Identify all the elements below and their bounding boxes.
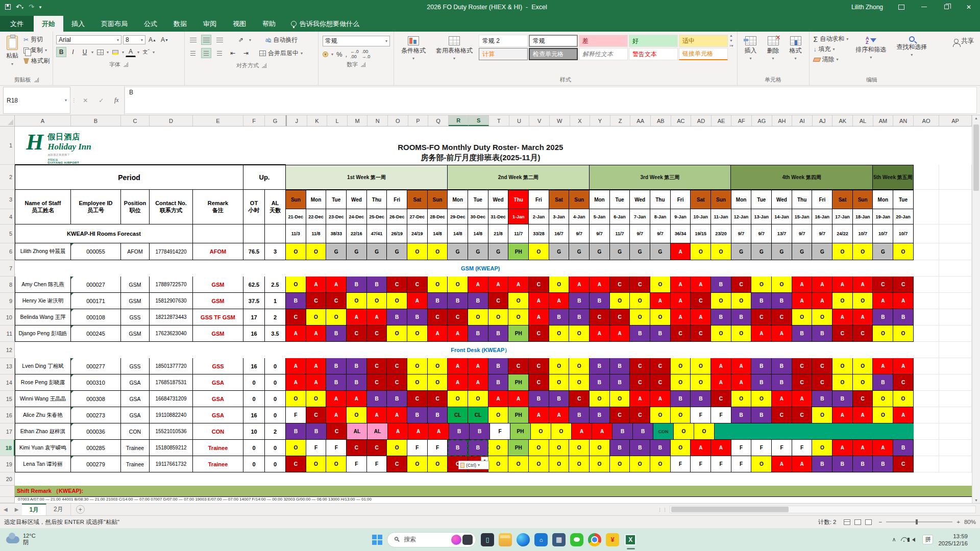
shift-cell[interactable]: B: [367, 277, 387, 293]
position-cell[interactable]: GSM: [121, 293, 150, 309]
shift-cell[interactable]: O: [853, 243, 873, 260]
remark-cell[interactable]: GSA: [193, 407, 243, 423]
close-button[interactable]: ✕: [958, 0, 980, 14]
ot-cell[interactable]: 16: [243, 358, 265, 374]
decrease-decimal-icon[interactable]: .00→.0: [362, 49, 371, 59]
row-header-6[interactable]: 6: [0, 243, 15, 260]
shift-cell[interactable]: A: [650, 391, 671, 407]
shift-cell[interactable]: B: [407, 407, 428, 423]
date-cell[interactable]: 20-Jan: [893, 209, 914, 224]
shift-cell[interactable]: B: [569, 309, 590, 325]
date-cell[interactable]: 11-Jan: [711, 209, 731, 224]
shift-cell[interactable]: A: [873, 358, 893, 374]
staff-name-cell[interactable]: Belinda Wang 王萍: [15, 309, 71, 325]
shift-cell[interactable]: C: [428, 391, 448, 407]
column-header-J[interactable]: J: [287, 115, 307, 126]
borders-icon[interactable]: [95, 47, 105, 57]
shift-cell[interactable]: A: [671, 309, 691, 325]
insert-cells-button[interactable]: 插入▾: [740, 34, 762, 63]
shift-cell[interactable]: A: [387, 407, 407, 423]
row-header-1[interactable]: 1: [0, 127, 15, 165]
font-dialog-launcher-icon[interactable]: [124, 62, 128, 67]
shift-cell[interactable]: O: [832, 358, 853, 374]
zoom-out-icon[interactable]: −: [879, 519, 883, 525]
format-as-table-button[interactable]: 套用表格格式▾: [431, 34, 478, 63]
shift-cell[interactable]: G: [772, 243, 792, 260]
shift-cell[interactable]: C: [630, 374, 650, 391]
taskbar-file-explorer-icon[interactable]: [499, 533, 512, 546]
shift-cell[interactable]: A: [711, 358, 731, 374]
shift-cell[interactable]: O: [893, 391, 914, 407]
taskbar-store-icon[interactable]: ⌂: [534, 533, 548, 546]
empty-cell[interactable]: [939, 277, 972, 293]
align-top-icon[interactable]: [188, 35, 198, 45]
shift-cell[interactable]: C: [367, 440, 387, 456]
styles-gallery-expand-icon[interactable]: ≡▾: [729, 44, 733, 48]
shift-cell[interactable]: [814, 423, 834, 440]
table-header-cell[interactable]: Remark备注: [193, 190, 243, 224]
shift-cell[interactable]: O: [549, 358, 570, 374]
zoom-slider[interactable]: [886, 521, 952, 522]
shift-cell[interactable]: F: [792, 440, 813, 456]
shift-cell[interactable]: O: [832, 374, 853, 391]
contact-cell[interactable]: 17685187531: [150, 374, 193, 391]
shift-cell[interactable]: O: [751, 391, 772, 407]
shift-cell[interactable]: A: [306, 325, 327, 342]
remark-cell[interactable]: GSM: [193, 293, 243, 309]
shift-cell[interactable]: O: [832, 293, 853, 309]
shift-cell[interactable]: A: [873, 440, 893, 456]
find-select-button[interactable]: 查找和选择▾: [891, 34, 932, 60]
shift-cell[interactable]: O: [671, 407, 691, 423]
date-cell[interactable]: 29-Dec: [448, 209, 468, 224]
shift-cell[interactable]: C: [610, 407, 630, 423]
shift-cell[interactable]: F: [711, 456, 731, 472]
row-header-18[interactable]: 18: [0, 440, 15, 456]
empty-cell[interactable]: [914, 407, 939, 423]
name-box[interactable]: R18▾: [3, 87, 70, 114]
column-header-AB[interactable]: AB: [651, 115, 671, 126]
shift-cell[interactable]: O: [711, 293, 731, 309]
ot-cell[interactable]: 0: [243, 374, 265, 391]
scrollbar-splitter[interactable]: ⋮⋮: [657, 507, 668, 512]
empty-cell[interactable]: [939, 456, 972, 472]
shift-cell[interactable]: [854, 423, 874, 440]
shift-cell[interactable]: O: [731, 391, 752, 407]
shift-cell[interactable]: PH: [508, 325, 529, 342]
empty-cell[interactable]: [914, 325, 939, 342]
column-header-AL[interactable]: AL: [853, 115, 873, 126]
forecast-cell[interactable]: 36/34: [671, 224, 691, 243]
shift-cell[interactable]: [834, 423, 854, 440]
column-header-Z[interactable]: Z: [610, 115, 631, 126]
shift-cell[interactable]: O: [531, 423, 551, 440]
shift-cell[interactable]: O: [428, 456, 448, 472]
shift-cell[interactable]: A: [832, 277, 853, 293]
shift-cell[interactable]: C: [853, 325, 873, 342]
column-header-W[interactable]: W: [550, 115, 570, 126]
shift-cell[interactable]: B: [488, 325, 509, 342]
shift-cell[interactable]: A: [448, 358, 468, 374]
shift-cell[interactable]: B: [893, 309, 914, 325]
style-explanatory[interactable]: 解释性文本: [579, 48, 628, 60]
increase-indent-icon[interactable]: ⇥: [241, 48, 251, 58]
tab-page-layout[interactable]: 页面布局: [93, 16, 136, 32]
shift-cell[interactable]: A: [408, 423, 429, 440]
column-header-T[interactable]: T: [489, 115, 509, 126]
scroll-up-icon[interactable]: ▲: [974, 116, 978, 120]
date-cell[interactable]: 26-Dec: [387, 209, 407, 224]
taskbar-stocks-icon[interactable]: ¥: [606, 533, 619, 546]
shift-cell[interactable]: A: [610, 325, 630, 342]
shift-cell[interactable]: F: [772, 440, 792, 456]
shift-cell[interactable]: A: [306, 358, 327, 374]
empty-cell[interactable]: [914, 165, 939, 190]
style-calculation[interactable]: 计算: [479, 48, 528, 60]
fill-color-icon[interactable]: [110, 47, 120, 57]
row-header-20[interactable]: 20: [0, 472, 15, 486]
shift-cell[interactable]: O: [551, 423, 572, 440]
shift-cell[interactable]: O: [407, 456, 428, 472]
shift-cell[interactable]: [754, 423, 774, 440]
al-cell[interactable]: 3: [265, 243, 286, 260]
empty-cell[interactable]: [939, 325, 972, 342]
contact-cell[interactable]: 18501377720: [150, 358, 193, 374]
shift-cell[interactable]: O: [630, 456, 650, 472]
position-cell[interactable]: CON: [121, 423, 150, 440]
